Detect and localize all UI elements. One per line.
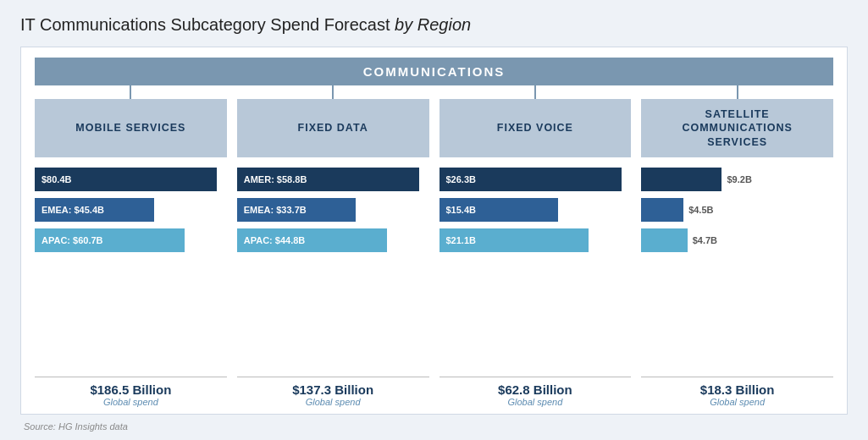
fixedvoice-total-amount: $62.8 Billion — [440, 382, 632, 397]
chart-area: COMMUNICATIONS MOBILE SERVICES FIXED DAT… — [20, 47, 848, 415]
fixed-voice-col: $26.3B $15.4B $21.1B — [440, 168, 632, 371]
satellite-emea-bar-row: $4.5B — [641, 198, 833, 222]
fixedvoice-apac-bar-row: $21.1B — [440, 228, 632, 252]
title-text: IT Communications Subcategory Spend Fore… — [20, 15, 395, 34]
subheader-fixed-voice: FIXED VOICE — [440, 99, 632, 157]
source-line: Source: HG Insights data — [20, 421, 848, 432]
satellite-apac-bar-row: $4.7B — [641, 228, 833, 252]
subheader-row: MOBILE SERVICES FIXED DATA FIXED VOICE S… — [35, 99, 833, 157]
bars-section: $80.4B EMEA: $45.4B APAC: $60.7B AMER: $… — [35, 157, 833, 371]
fixedvoice-total-label: Global spend — [440, 397, 632, 407]
satellite-emea-label: $4.5B — [688, 205, 713, 215]
page-wrapper: IT Communications Subcategory Spend Fore… — [0, 0, 868, 440]
mobile-total-label: Global spend — [35, 397, 227, 407]
satellite-col: $9.2B $4.5B $4.7B — [641, 168, 833, 371]
mobile-apac-bar: APAC: $60.7B — [35, 228, 185, 252]
satellite-total-amount: $18.3 Billion — [641, 382, 833, 397]
fixeddata-total-label: Global spend — [237, 397, 429, 407]
fixeddata-emea-bar: EMEA: $33.7B — [237, 198, 357, 222]
satellite-emea-bar — [641, 198, 683, 222]
mobile-services-col: $80.4B EMEA: $45.4B APAC: $60.7B — [35, 168, 227, 371]
fixeddata-total: $137.3 Billion Global spend — [237, 377, 429, 407]
satellite-amer-bar-row: $9.2B — [641, 168, 833, 191]
mobile-amer-bar: $80.4B — [35, 168, 217, 191]
mobile-apac-bar-row: APAC: $60.7B — [35, 228, 227, 252]
fixeddata-apac-bar: APAC: $44.8B — [237, 228, 387, 252]
mobile-amer-bar-row: $80.4B — [35, 168, 227, 191]
communications-header: COMMUNICATIONS — [35, 58, 833, 85]
page-title: IT Communications Subcategory Spend Fore… — [20, 15, 848, 35]
satellite-apac-bar — [641, 228, 687, 252]
satellite-total: $18.3 Billion Global spend — [641, 377, 833, 407]
satellite-amer-label: $9.2B — [727, 174, 751, 184]
fixedvoice-emea-bar-row: $15.4B — [440, 198, 632, 222]
fixedvoice-emea-bar: $15.4B — [440, 198, 559, 222]
fixed-data-col: AMER: $58.8B EMEA: $33.7B APAC: $44.8B — [237, 168, 429, 371]
title-italic: by Region — [395, 15, 471, 34]
satellite-amer-bar — [641, 168, 721, 191]
fixeddata-apac-bar-row: APAC: $44.8B — [237, 228, 429, 252]
mobile-total-amount: $186.5 Billion — [35, 382, 227, 397]
fixedvoice-amer-bar: $26.3B — [440, 168, 622, 191]
mobile-emea-bar-row: EMEA: $45.4B — [35, 198, 227, 222]
totals-row: $186.5 Billion Global spend $137.3 Billi… — [35, 377, 833, 407]
satellite-apac-label: $4.7B — [693, 235, 717, 245]
subheader-satellite: SATELLITE COMMUNICATIONS SERVICES — [641, 99, 833, 157]
fixedvoice-amer-bar-row: $26.3B — [440, 168, 632, 191]
fixeddata-amer-bar: AMER: $58.8B — [237, 168, 419, 191]
fixedvoice-total: $62.8 Billion Global spend — [440, 377, 632, 407]
satellite-total-label: Global spend — [641, 397, 833, 407]
fixeddata-total-amount: $137.3 Billion — [237, 382, 429, 397]
mobile-emea-bar: EMEA: $45.4B — [35, 198, 154, 222]
fixeddata-amer-bar-row: AMER: $58.8B — [237, 168, 429, 191]
fixeddata-emea-bar-row: EMEA: $33.7B — [237, 198, 429, 222]
subheader-fixed-data: FIXED DATA — [237, 99, 429, 157]
fixedvoice-apac-bar: $21.1B — [440, 228, 589, 252]
mobile-total: $186.5 Billion Global spend — [35, 377, 227, 407]
subheader-mobile-services: MOBILE SERVICES — [35, 99, 227, 157]
